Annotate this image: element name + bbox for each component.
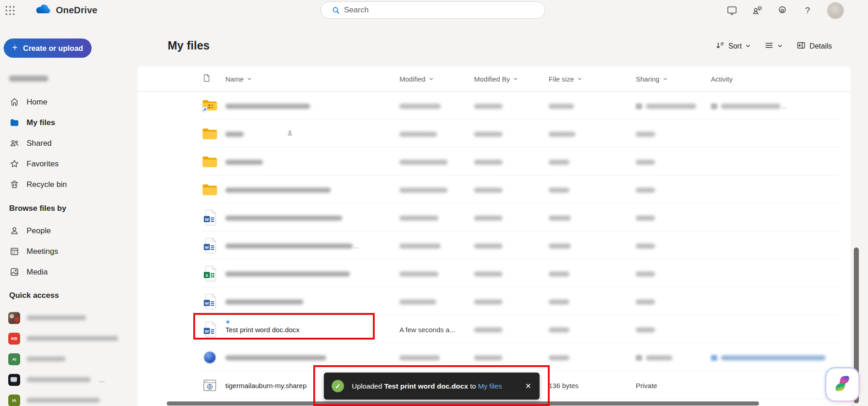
sidebar-item-label: My files	[27, 118, 55, 127]
redacted-text	[399, 132, 437, 137]
toast-file-name: Test print word doc.docx	[384, 382, 468, 390]
file-name-cell[interactable]	[225, 297, 303, 305]
table-row[interactable]: W..	[137, 231, 851, 259]
redacted-text	[549, 216, 571, 221]
redacted-text	[636, 244, 655, 249]
display-icon[interactable]	[726, 5, 737, 16]
redacted-text	[474, 356, 502, 361]
redacted-text	[646, 356, 672, 361]
create-or-upload-button[interactable]: + Create or upload	[4, 38, 92, 58]
sort-button[interactable]: Sort	[715, 41, 751, 52]
table-row[interactable]	[137, 148, 851, 176]
sidebar: + Create or upload HomeMy filesSharedFav…	[0, 21, 137, 406]
quick-access-site-icon: IA	[8, 395, 20, 406]
redacted-text	[474, 328, 502, 333]
table-row[interactable]: ..	[137, 92, 851, 120]
help-icon[interactable]: ?	[802, 5, 813, 16]
sidebar-item-shared[interactable]: Shared	[0, 133, 137, 154]
redacted-text	[636, 300, 655, 305]
redacted-text	[549, 272, 569, 277]
table-row[interactable]: W	[137, 203, 851, 231]
file-type-icon-word: W	[201, 237, 219, 253]
file-type-icon-folder	[201, 127, 219, 140]
quick-access-item[interactable]: ...	[0, 369, 137, 390]
file-name-cell[interactable]	[225, 158, 263, 165]
file-name-cell[interactable]	[225, 102, 310, 110]
sharing-cell-text: Private	[636, 381, 657, 389]
column-header-file_size[interactable]: File size	[549, 75, 582, 83]
quick-access-item[interactable]: AI	[0, 349, 137, 369]
column-header-modified[interactable]: Modified	[399, 75, 434, 83]
redacted-text	[399, 160, 448, 165]
file-type-icon-folder	[201, 183, 219, 196]
file-name-cell[interactable]	[225, 214, 342, 221]
table-row[interactable]	[137, 343, 851, 371]
onedrive-brand[interactable]: OneDrive	[35, 4, 98, 16]
file-size-cell	[549, 186, 569, 193]
quick-access-item[interactable]: IA	[0, 390, 137, 406]
quick-access-item[interactable]	[0, 307, 137, 328]
quick-access-item[interactable]: KB	[0, 328, 137, 349]
file-name-cell[interactable]: ..	[225, 241, 359, 249]
modified-cell	[399, 186, 448, 193]
redacted-text	[646, 104, 696, 109]
search-icon	[332, 6, 340, 16]
feedback-icon[interactable]	[752, 5, 763, 16]
copilot-button[interactable]	[825, 367, 860, 402]
search-input[interactable]	[321, 1, 545, 19]
onedrive-logo-icon	[35, 4, 51, 16]
sharing-cell	[636, 325, 655, 333]
table-row[interactable]: W	[137, 287, 851, 315]
file-type-icon-folder	[201, 155, 219, 168]
view-options-button[interactable]	[764, 41, 783, 52]
table-row[interactable]	[137, 120, 851, 148]
modified-by-cell	[474, 158, 502, 165]
sidebar-item-people[interactable]: People	[0, 220, 137, 241]
column-header-sharing[interactable]: Sharing	[636, 75, 668, 83]
redacted-text	[549, 328, 569, 333]
table-row[interactable]: WTest print word doc.docxA few seconds a…	[137, 315, 851, 343]
horizontal-scrollbar[interactable]	[167, 401, 759, 406]
column-header-label: Modified By	[474, 75, 510, 83]
sidebar-item-home[interactable]: Home	[0, 92, 137, 112]
column-header-name[interactable]: Name	[225, 75, 252, 83]
toast-close-icon[interactable]: ✕	[525, 382, 531, 390]
file-name-cell[interactable]	[225, 269, 350, 277]
redacted-text	[399, 216, 438, 221]
redacted-text	[549, 356, 569, 361]
app-launcher-icon[interactable]	[5, 5, 16, 16]
quick-access-site-icon: AI	[8, 353, 20, 365]
browse-files-by-heading: Browse files by	[9, 204, 66, 213]
account-avatar[interactable]	[827, 2, 844, 19]
sidebar-item-my-files[interactable]: My files	[0, 112, 137, 133]
file-name-cell[interactable]: tigermailauburn-my.sharep	[225, 381, 306, 389]
column-header-label: File size	[549, 75, 574, 83]
modified-by-cell	[474, 214, 502, 221]
quick-access-heading: Quick access	[9, 291, 59, 300]
sidebar-item-meetings[interactable]: Meetings	[0, 241, 137, 262]
table-row[interactable]	[137, 176, 851, 203]
settings-gear-icon[interactable]	[777, 5, 788, 16]
column-header-activity[interactable]: Activity	[711, 75, 733, 83]
sidebar-item-label: People	[27, 226, 51, 236]
sidebar-item-media[interactable]: Media	[0, 262, 137, 282]
sidebar-item-favorites[interactable]: Favorites	[0, 154, 137, 174]
redacted-text	[225, 244, 353, 249]
calendar-icon	[9, 247, 19, 257]
file-name-cell[interactable]	[225, 130, 244, 137]
details-pane-button[interactable]: Details	[797, 41, 832, 52]
my-files-link[interactable]: My files	[478, 382, 502, 390]
sidebar-item-recycle-bin[interactable]: Recycle bin	[0, 174, 137, 195]
file-name-text: tigermailauburn-my.sharep	[225, 381, 306, 389]
file-name-cell[interactable]: Test print word doc.docx	[225, 325, 300, 333]
table-row[interactable]: X	[137, 259, 851, 287]
file-size-cell	[549, 269, 569, 277]
file-name-cell[interactable]	[225, 186, 331, 193]
sidebar-item-label: Shared	[27, 139, 52, 148]
modified-cell	[399, 269, 438, 277]
sharing-cell	[636, 130, 655, 137]
column-header-modified_by[interactable]: Modified By	[474, 75, 518, 83]
redacted-text	[721, 104, 781, 109]
redacted-icon	[636, 104, 642, 110]
file-name-cell[interactable]	[225, 353, 326, 361]
